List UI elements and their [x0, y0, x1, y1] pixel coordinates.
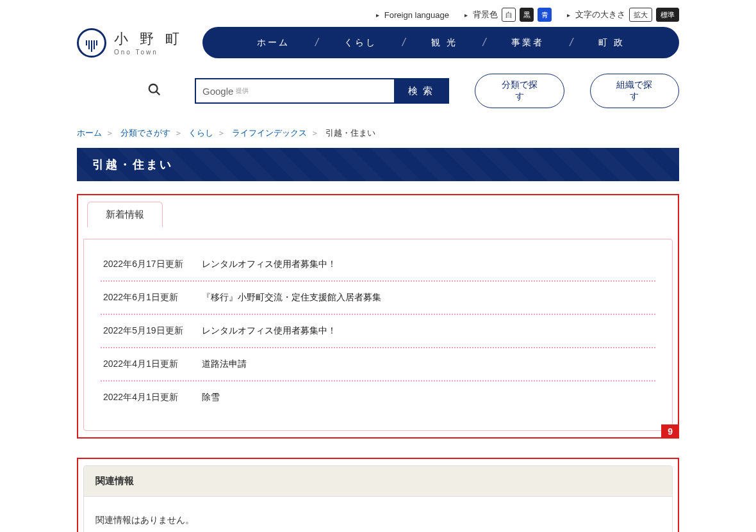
crumb-by-category[interactable]: 分類でさがす — [120, 128, 170, 138]
related-empty-text: 関連情報はありません。 — [84, 497, 672, 532]
news-date: 2022年5月19日更新 — [103, 325, 186, 337]
news-item: 2022年4月1日更新 道路法申請 — [101, 348, 655, 382]
logo-jp-text: 小 野 町 — [114, 29, 183, 49]
page-title: 引越・住まい — [77, 148, 679, 181]
news-date: 2022年6月17日更新 — [103, 259, 186, 270]
main-nav: ホーム/ くらし/ 観 光/ 事業者/ 町 政 — [202, 27, 679, 58]
news-link[interactable]: 除雪 — [202, 392, 220, 403]
annotation-badge: 9 — [661, 424, 679, 439]
crumb-current: 引越・住まい — [325, 128, 375, 138]
font-size-label: 文字の大きさ — [575, 9, 625, 20]
related-section: 関連情報 関連情報はありません。 10 — [77, 458, 679, 532]
font-size-group: ▸ 文字の大きさ 拡大 標準 — [567, 8, 679, 22]
news-item: 2022年6月1日更新 『移行』小野町交流・定住支援館入居者募集 — [101, 282, 655, 315]
triangle-icon: ▸ — [464, 12, 468, 19]
related-heading: 関連情報 — [84, 466, 672, 497]
news-link[interactable]: 『移行』小野町交流・定住支援館入居者募集 — [202, 292, 381, 303]
news-item: 2022年6月17日更新 レンタルオフィス使用者募集中！ — [101, 248, 655, 282]
search-icon — [147, 83, 161, 100]
browse-by-category-button[interactable]: 分類で探す — [475, 74, 564, 108]
foreign-language-link[interactable]: ▸ Foreign language — [376, 10, 449, 20]
svg-point-0 — [149, 84, 158, 92]
news-date: 2022年6月1日更新 — [103, 292, 186, 303]
search-input[interactable] — [249, 86, 394, 96]
news-link[interactable]: レンタルオフィス使用者募集中！ — [202, 259, 336, 270]
browse-by-org-button[interactable]: 組織で探す — [590, 74, 679, 108]
news-section: 新着情報 2022年6月17日更新 レンタルオフィス使用者募集中！ 2022年6… — [77, 194, 679, 439]
nav-home[interactable]: ホーム — [238, 37, 309, 49]
site-logo[interactable]: 小 野 町 Ono Town — [77, 28, 183, 58]
news-date: 2022年4月1日更新 — [103, 359, 186, 370]
crumb-living[interactable]: くらし — [188, 128, 213, 138]
news-item: 2022年4月1日更新 除雪 — [101, 382, 655, 414]
font-large-button[interactable]: 拡大 — [629, 8, 652, 22]
news-link[interactable]: 道路法申請 — [202, 359, 247, 370]
logo-icon — [77, 28, 106, 58]
search-box: Google提供 検 索 — [195, 78, 449, 104]
news-date: 2022年4月1日更新 — [103, 392, 186, 403]
crumb-life-index[interactable]: ライフインデックス — [232, 128, 307, 138]
bg-black-button[interactable]: 黒 — [520, 8, 534, 22]
nav-living[interactable]: くらし — [325, 37, 396, 49]
foreign-language-label: Foreign language — [384, 10, 449, 20]
nav-business[interactable]: 事業者 — [492, 37, 563, 49]
font-normal-button[interactable]: 標準 — [656, 8, 679, 22]
news-tab[interactable]: 新着情報 — [87, 202, 163, 227]
utility-bar: ▸ Foreign language ▸ 背景色 白 黒 青 ▸ 文字の大きさ … — [0, 0, 756, 27]
nav-gov[interactable]: 町 政 — [579, 37, 644, 49]
news-item: 2022年5月19日更新 レンタルオフィス使用者募集中！ — [101, 315, 655, 348]
crumb-home[interactable]: ホーム — [77, 128, 102, 138]
breadcrumb: ホーム＞ 分類でさがす＞ くらし＞ ライフインデックス＞ 引越・住まい — [0, 108, 756, 148]
bg-white-button[interactable]: 白 — [502, 8, 516, 22]
news-link[interactable]: レンタルオフィス使用者募集中！ — [202, 325, 336, 337]
bg-color-label: 背景色 — [473, 9, 498, 20]
bg-blue-button[interactable]: 青 — [538, 8, 552, 22]
bg-color-group: ▸ 背景色 白 黒 青 — [464, 8, 552, 22]
nav-tourism[interactable]: 観 光 — [412, 37, 477, 49]
site-header: 小 野 町 Ono Town ホーム/ くらし/ 観 光/ 事業者/ 町 政 — [0, 27, 756, 58]
logo-en-text: Ono Town — [114, 49, 183, 56]
search-button[interactable]: 検 索 — [394, 78, 448, 104]
triangle-icon: ▸ — [376, 12, 379, 19]
google-logo: Google提供 — [196, 86, 249, 97]
search-row: Google提供 検 索 分類で探す 組織で探す — [0, 58, 756, 108]
news-list: 2022年6月17日更新 レンタルオフィス使用者募集中！ 2022年6月1日更新… — [84, 239, 672, 430]
svg-line-1 — [156, 91, 160, 95]
triangle-icon: ▸ — [567, 12, 570, 19]
